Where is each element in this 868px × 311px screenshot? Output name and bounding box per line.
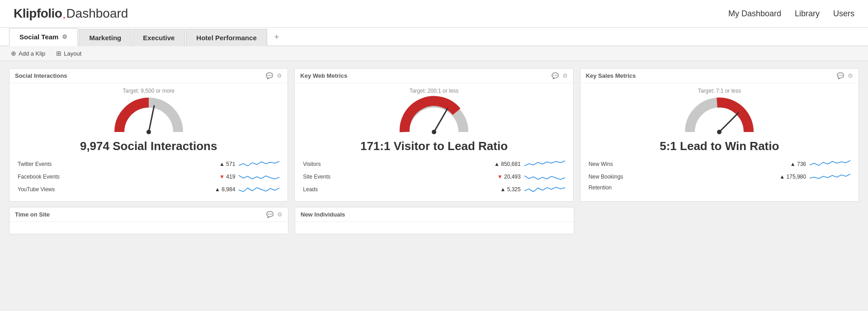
down-arrow-icon: ▼ <box>219 174 225 180</box>
nav-my-dashboard[interactable]: My Dashboard <box>728 9 781 19</box>
gauge-sales-svg <box>683 96 755 137</box>
card-key-sales-metrics-header: Key Sales Metrics 💬 ⚙ <box>580 69 859 83</box>
metric-label: Visitors <box>301 158 413 170</box>
metric-label: Twitter Events <box>16 158 155 170</box>
svg-line-4 <box>719 113 738 132</box>
up-arrow-icon: ▲ <box>779 174 785 180</box>
tab-marketing[interactable]: Marketing <box>79 29 132 46</box>
metric-value: ▲ 8,984 <box>155 183 237 196</box>
card-new-individuals: New Individuals <box>295 207 574 234</box>
metric-value: ▲ 736 <box>711 158 808 170</box>
dashboard-content: Social Interactions 💬 ⚙ Target: 9,500 or… <box>0 61 868 241</box>
gauge-social: Target: 9,500 or more <box>16 88 281 137</box>
tab-marketing-label: Marketing <box>89 34 121 42</box>
tab-executive-label: Executive <box>143 34 175 42</box>
comment-icon-social[interactable]: 💬 <box>266 72 273 79</box>
sparkline-new-wins-svg <box>810 159 850 169</box>
svg-point-1 <box>146 130 151 134</box>
nav-users[interactable]: Users <box>833 9 854 19</box>
gauge-web: Target: 200:1 or less <box>301 88 566 137</box>
sparkline-twitter-svg <box>239 159 279 169</box>
tab-social-team-gear-icon[interactable]: ⚙ <box>62 33 67 40</box>
gauge-sales: Target: 7:1 or less <box>587 88 852 137</box>
gear-icon-web[interactable]: ⚙ <box>562 72 568 79</box>
logo-dashboard-text: Dashboard <box>66 6 128 21</box>
metric-label: Facebook Events <box>16 170 155 183</box>
metric-value: ▲ 175,980 <box>711 170 808 183</box>
sparkline-cell <box>523 158 567 170</box>
sparkline-cell <box>523 170 567 183</box>
nav-links: My Dashboard Library Users <box>728 9 854 19</box>
svg-point-3 <box>432 130 436 134</box>
header: Klipfolio.Dashboard My Dashboard Library… <box>0 0 868 28</box>
layout-button[interactable]: ⊞ Layout <box>56 50 81 57</box>
card-social-interactions-header: Social Interactions 💬 ⚙ <box>9 69 288 83</box>
gauge-web-svg <box>398 96 470 137</box>
add-klip-button[interactable]: ⊕ Add a Klip <box>11 50 45 57</box>
card-time-on-site-title: Time on Site <box>15 211 50 218</box>
metric-value: ▲ 850,681 <box>414 158 523 170</box>
card-social-interactions-title: Social Interactions <box>15 72 67 79</box>
table-row: Twitter Events ▲ 571 <box>16 158 281 170</box>
metric-label: Site Events <box>301 170 413 183</box>
logo-klipfolio-text: Klipfolio <box>14 6 62 21</box>
down-arrow-icon: ▼ <box>497 174 503 180</box>
table-row: Facebook Events ▼ 419 <box>16 170 281 183</box>
card-time-on-site-icons: 💬 ⚙ <box>266 211 283 218</box>
tab-hotel-performance[interactable]: Hotel Performance <box>186 29 267 46</box>
sparkline-facebook-svg <box>239 172 279 182</box>
sparkline-cell <box>808 170 852 183</box>
sparkline-cell <box>237 183 281 196</box>
up-arrow-icon: ▲ <box>494 161 500 167</box>
up-arrow-icon: ▲ <box>790 161 796 167</box>
table-row: Retention <box>587 183 852 192</box>
sparkline-cell <box>237 158 281 170</box>
table-row: YouTube Views ▲ 8,984 <box>16 183 281 196</box>
table-row: Leads ▲ 5,325 <box>301 183 566 196</box>
sparkline-cell <box>808 158 852 170</box>
gauge-social-target: Target: 9,500 or more <box>123 88 175 94</box>
metric-value <box>711 183 808 192</box>
metric-value: ▲ 571 <box>155 158 237 170</box>
svg-line-0 <box>149 106 154 132</box>
sparkline-site-events-svg <box>524 172 565 182</box>
comment-icon-sales[interactable]: 💬 <box>837 72 844 79</box>
gear-icon-sales[interactable]: ⚙ <box>848 72 853 79</box>
up-arrow-icon: ▲ <box>219 161 225 167</box>
add-klip-label: Add a Klip <box>19 50 45 57</box>
tab-add-button[interactable]: + <box>268 29 286 46</box>
nav-library[interactable]: Library <box>795 9 820 19</box>
tab-executive[interactable]: Executive <box>132 29 185 46</box>
card-key-web-metrics-title: Key Web Metrics <box>300 72 347 79</box>
sparkline-cell <box>523 183 567 196</box>
card-key-web-metrics-header: Key Web Metrics 💬 ⚙ <box>295 69 573 83</box>
card-time-on-site-header: Time on Site 💬 ⚙ <box>9 207 288 222</box>
sparkline-visitors-svg <box>524 159 565 169</box>
card-key-sales-metrics-body: Target: 7:1 or less 5:1 Lead to Win Rati… <box>580 83 859 198</box>
metric-label: New Wins <box>587 158 711 170</box>
card-key-sales-metrics-icons: 💬 ⚙ <box>837 72 853 79</box>
metric-value: ▲ 5,325 <box>414 183 523 196</box>
card-new-individuals-header: New Individuals <box>295 207 574 222</box>
table-row: New Wins ▲ 736 <box>587 158 852 170</box>
gear-icon-time[interactable]: ⚙ <box>277 211 283 218</box>
card-social-interactions-body: Target: 9,500 or more 9,974 Social Inter… <box>9 83 288 201</box>
logo-dot: . <box>62 6 66 21</box>
logo: Klipfolio.Dashboard <box>14 6 128 21</box>
metric-value: ▼ 20,493 <box>414 170 523 183</box>
gauge-web-value: 171:1 Visitor to Lead Ratio <box>301 139 566 153</box>
add-klip-icon: ⊕ <box>11 50 16 57</box>
tab-social-team-label: Social Team <box>19 33 58 41</box>
sparkline-cell <box>808 183 852 192</box>
sales-metrics-table: New Wins ▲ 736 New Bookings <box>587 158 852 192</box>
gauge-sales-target: Target: 7:1 or less <box>698 88 741 94</box>
card-key-web-metrics-body: Target: 200:1 or less 171:1 Visitor to L… <box>295 83 573 201</box>
gauge-social-value: 9,974 Social Interactions <box>16 139 281 153</box>
tab-social-team[interactable]: Social Team ⚙ <box>9 28 78 46</box>
comment-icon-time[interactable]: 💬 <box>266 211 274 218</box>
up-arrow-icon: ▲ <box>215 186 220 193</box>
card-social-interactions-icons: 💬 ⚙ <box>266 72 282 79</box>
gear-icon-social[interactable]: ⚙ <box>277 72 282 79</box>
comment-icon-web[interactable]: 💬 <box>552 72 559 79</box>
bottom-cards-row: Time on Site 💬 ⚙ New Individuals <box>9 207 859 234</box>
